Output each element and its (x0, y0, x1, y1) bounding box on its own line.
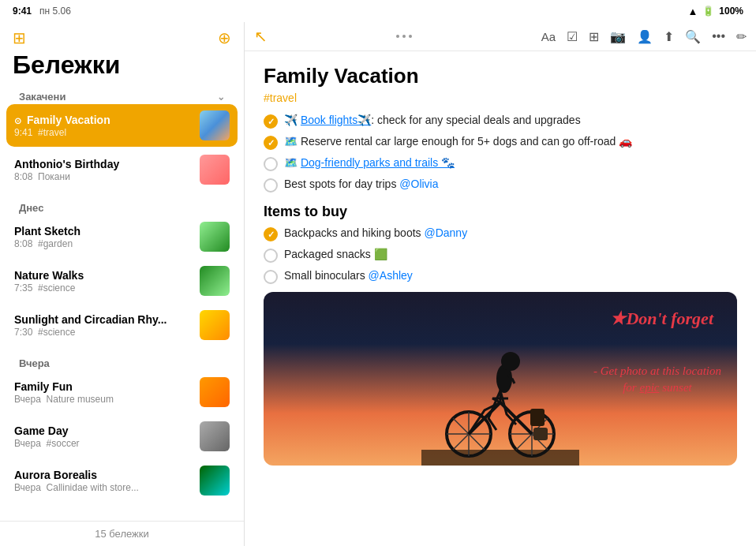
note-title-sunlight-circadian: Sunlight and Circadian Rhy... (14, 313, 193, 326)
note-thumb-aurora-borealis (200, 466, 230, 496)
compose-icon[interactable]: ✏ (736, 29, 747, 44)
share-icon[interactable]: ⬆ (664, 29, 674, 44)
note-meta-plant-sketch: 8:08 #garden (14, 238, 193, 249)
more-options-icon[interactable]: ••• (712, 29, 725, 43)
checklist-text-4: Best spots for day trips @Olivia (284, 178, 439, 190)
section-yesterday-label: Вчера (19, 357, 50, 369)
checkbox-2[interactable] (264, 136, 278, 150)
toolbar-center (396, 35, 412, 38)
note-item-anthonios-birthday[interactable]: Anthonio's Birthday 8:08 Покани (6, 148, 238, 191)
toolbar-right: Aa ☑ ⊞ 📷 👤 ⬆ 🔍 ••• ✏ (541, 29, 747, 44)
buy-text-1: Backpacks and hiking boots @Danny (284, 226, 467, 239)
note-title-game-day: Game Day (14, 424, 193, 437)
checklist-item-2: 🗺️ Reserve rental car large enough for 5… (264, 135, 737, 150)
battery-icon: 🔋 (702, 6, 714, 17)
note-main-title: Family Vacation (264, 64, 737, 88)
svg-rect-0 (421, 450, 579, 466)
note-item-sunlight-circadian[interactable]: Sunlight and Circadian Rhy... 7:30 #scie… (6, 304, 238, 346)
status-bar-right: ▲ 🔋 100% (687, 6, 743, 17)
chevron-down-icon[interactable]: ⌄ (217, 92, 225, 103)
checkbox-4[interactable] (264, 178, 278, 193)
wifi-icon: ▲ (687, 6, 698, 17)
note-meta-anthonios-birthday: 8:08 Покани (14, 171, 193, 182)
section-pinned-label: Закачени (19, 91, 65, 103)
checklist-text-3: 🗺️ Dog-friendly parks and trails 🐾 (284, 156, 455, 169)
buy-checkbox-1[interactable] (264, 227, 278, 241)
note-image: ★Don't forget - Get photo at this locati… (264, 292, 737, 466)
find-icon[interactable]: 🔍 (685, 29, 701, 44)
note-meta-nature-walks: 7:35 #science (14, 282, 193, 294)
note-item-family-fun[interactable]: Family Fun Вчера Nature museum (6, 371, 238, 413)
checklist-text-1: ✈️ Book flights✈️: check for any special… (284, 114, 581, 126)
buy-item-3: Small binoculars @Ashley (264, 269, 737, 284)
dot3 (409, 35, 412, 38)
pin-icon: ⊙ (14, 116, 21, 125)
checkbox-1[interactable] (264, 114, 278, 129)
note-meta-family-fun: Вчера Nature museum (14, 394, 193, 405)
sidebar-more-icon[interactable]: ⊕ (218, 28, 231, 47)
table-icon[interactable]: ⊞ (589, 29, 599, 44)
sidebar-toggle-icon[interactable]: ⊞ (13, 28, 26, 47)
note-title-plant-sketch: Plant Sketch (14, 225, 193, 237)
battery-percent: 100% (719, 6, 743, 17)
checklist-icon[interactable]: ☑ (567, 29, 578, 44)
buy-item-1: Backpacks and hiking boots @Danny (264, 226, 737, 241)
toolbar-left: ↖ (254, 27, 268, 46)
section-yesterday: Вчера (6, 353, 238, 371)
dot1 (396, 35, 399, 38)
status-bar: 9:41 пн 5.06 ▲ 🔋 100% (0, 0, 756, 22)
note-title-nature-walks: Nature Walks (14, 269, 193, 282)
svg-point-12 (501, 352, 520, 371)
note-hashtag: #travel (264, 92, 737, 104)
checklist-item-3: 🗺️ Dog-friendly parks and trails 🐾 (264, 156, 737, 171)
note-thumb-family-fun (200, 377, 230, 407)
main-content: ↖ Aa ☑ ⊞ 📷 👤 ⬆ 🔍 ••• ✏ Family Vacation (245, 22, 756, 546)
note-thumb-sunlight-circadian (200, 310, 230, 340)
note-body: Family Vacation #travel ✈️ Book flights✈… (245, 51, 756, 546)
status-day: пн 5.06 (39, 6, 71, 17)
handwriting-photo-text: - Get photo at this locationfor epic sun… (593, 363, 721, 396)
checklist-item-1: ✈️ Book flights✈️: check for any special… (264, 114, 737, 129)
note-meta-game-day: Вчера #soccer (14, 438, 193, 449)
cyclist-svg (421, 339, 579, 466)
sidebar-title: Бележки (0, 50, 244, 86)
note-thumb-plant-sketch (200, 222, 230, 252)
note-item-game-day[interactable]: Game Day Вчера #soccer (6, 415, 238, 458)
note-title-anthonios-birthday: Anthonio's Birthday (14, 158, 193, 170)
sidebar: ⊞ ⊕ Бележки Закачени ⌄ ⊙ Family Vacation… (0, 22, 245, 546)
buy-checkbox-3[interactable] (264, 270, 278, 284)
app-container: ⊞ ⊕ Бележки Закачени ⌄ ⊙ Family Vacation… (0, 22, 756, 546)
person-icon[interactable]: 👤 (637, 29, 653, 44)
note-item-family-vacation[interactable]: ⊙ Family Vacation 9:41 #travel (6, 104, 238, 147)
camera-icon[interactable]: 📷 (610, 29, 626, 44)
sidebar-footer: 15 бележки (0, 521, 244, 546)
section-today: Днес (6, 197, 238, 215)
notes-count: 15 бележки (95, 528, 149, 540)
status-bar-left: 9:41 пн 5.06 (13, 6, 71, 17)
back-arrow-icon[interactable]: ↖ (254, 27, 268, 46)
note-item-nature-walks[interactable]: Nature Walks 7:35 #science (6, 260, 238, 302)
status-time: 9:41 (13, 6, 32, 17)
section-today-label: Днес (19, 202, 43, 214)
dot2 (402, 35, 406, 38)
note-meta-sunlight-circadian: 7:30 #science (14, 327, 193, 338)
sidebar-header: ⊞ ⊕ (0, 22, 244, 50)
note-meta-aurora-borealis: Вчера Callinidae with store... (14, 482, 193, 493)
note-meta-family-vacation: 9:41 #travel (14, 127, 193, 138)
buy-checkbox-2[interactable] (264, 249, 278, 263)
font-icon[interactable]: Aa (541, 30, 556, 43)
note-title-family-vacation: ⊙ Family Vacation (14, 114, 193, 126)
note-item-plant-sketch[interactable]: Plant Sketch 8:08 #garden (6, 215, 238, 258)
buy-text-3: Small binoculars @Ashley (284, 269, 413, 282)
section-pinned: Закачени ⌄ (6, 86, 238, 104)
note-item-aurora-borealis[interactable]: Aurora Borealis Вчера Callinidae with st… (6, 459, 238, 502)
checkbox-3[interactable] (264, 157, 278, 171)
main-toolbar: ↖ Aa ☑ ⊞ 📷 👤 ⬆ 🔍 ••• ✏ (245, 22, 756, 51)
checklist-item-4: Best spots for day trips @Olivia (264, 178, 737, 193)
note-thumb-game-day (200, 421, 230, 451)
svg-rect-13 (530, 409, 545, 426)
note-thumb-nature-walks (200, 266, 230, 296)
note-title-family-fun: Family Fun (14, 380, 193, 393)
checklist-text-2: 🗺️ Reserve rental car large enough for 5… (284, 135, 632, 148)
note-thumb-family-vacation (200, 110, 230, 140)
